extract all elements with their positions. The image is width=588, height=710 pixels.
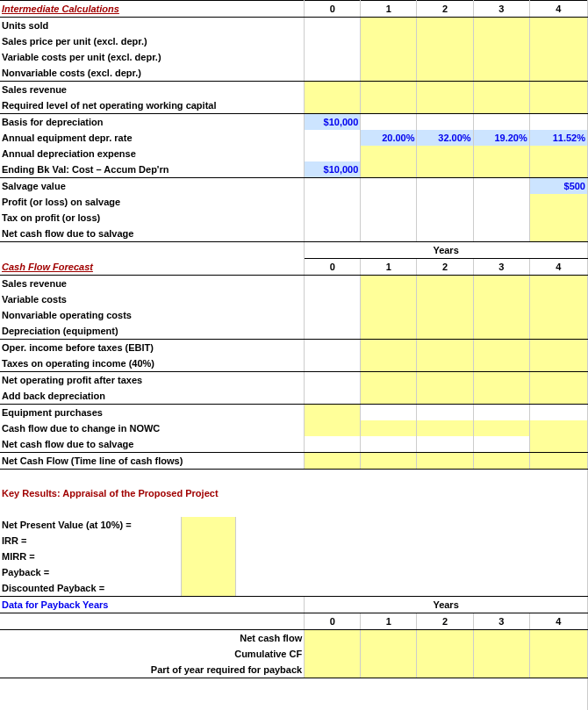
label: Salvage value xyxy=(0,178,305,195)
label: Net cash flow xyxy=(0,630,305,647)
label: Sales price per unit (excl. depr.) xyxy=(0,33,305,49)
label: Annual depreciation expense xyxy=(0,146,305,161)
label: Equipment purchases xyxy=(0,405,305,421)
label: Units sold xyxy=(0,18,305,34)
hdr-y2: 2 xyxy=(417,1,473,18)
label: Net cash flow due to salvage xyxy=(0,436,305,453)
label: Taxes on operating income (40%) xyxy=(0,355,305,372)
disc-payback-value[interactable] xyxy=(181,580,235,597)
hdr-y4: 4 xyxy=(529,1,587,18)
label: Net Present Value (at 10%) = xyxy=(0,517,181,533)
label: MIRR = xyxy=(0,549,181,564)
label: Basis for depreciation xyxy=(0,114,305,131)
label: Sales revenue xyxy=(0,276,305,292)
endbk-value[interactable]: $10,000 xyxy=(305,161,361,178)
rate-y4[interactable]: 11.52% xyxy=(529,130,587,146)
npv-value[interactable] xyxy=(181,517,235,533)
label: Net Cash Flow (Time line of cash flows) xyxy=(0,453,305,470)
label: Sales revenue xyxy=(0,82,305,98)
spreadsheet[interactable]: Intermediate Calculations 0 1 2 3 4 Unit… xyxy=(0,0,588,710)
label: Oper. income before taxes (EBIT) xyxy=(0,340,305,356)
payback-value[interactable] xyxy=(181,564,235,580)
label: Nonvariable operating costs xyxy=(0,307,305,323)
hdr-y1: 1 xyxy=(361,1,417,18)
sec3-title: Key Results: Appraisal of the Proposed P… xyxy=(0,485,588,501)
label: Variable costs xyxy=(0,291,305,307)
basis-value[interactable]: $10,000 xyxy=(305,114,361,131)
hdr-y0: 0 xyxy=(305,1,361,18)
irr-value[interactable] xyxy=(181,533,235,549)
label: Cash flow due to change in NOWC xyxy=(0,420,305,436)
label: Ending Bk Val: Cost – Accum Dep'rn xyxy=(0,161,305,178)
mirr-value[interactable] xyxy=(181,549,235,564)
label: Profit (or loss) on salvage xyxy=(0,194,305,210)
rate-y1[interactable]: 20.00% xyxy=(361,130,417,146)
label: Part of year required for payback xyxy=(0,662,305,678)
rate-y3[interactable]: 19.20% xyxy=(473,130,529,146)
label: Net cash flow due to salvage xyxy=(0,226,305,242)
sec2-title: Cash Flow Forecast xyxy=(0,259,305,276)
sec4-title: Data for Payback Years xyxy=(0,597,305,613)
label: Net operating profit after taxes xyxy=(0,372,305,389)
rate-y2[interactable]: 32.00% xyxy=(417,130,473,146)
hdr-y3: 3 xyxy=(473,1,529,18)
label: Annual equipment depr. rate xyxy=(0,130,305,146)
label: Required level of net operating working … xyxy=(0,97,305,114)
sec1-title: Intermediate Calculations xyxy=(0,1,305,18)
years-hdr: Years xyxy=(305,242,588,259)
label: Variable costs per unit (excl. depr.) xyxy=(0,49,305,65)
label: Discounted Payback = xyxy=(0,580,181,597)
label: Add back depreciation xyxy=(0,388,305,405)
label: Payback = xyxy=(0,564,181,580)
salvage-value[interactable]: $500 xyxy=(529,178,587,195)
label: IRR = xyxy=(0,533,181,549)
label: Depreciation (equipment) xyxy=(0,323,305,340)
label: Tax on profit (or loss) xyxy=(0,210,305,226)
label: Cumulative CF xyxy=(0,646,305,662)
label: Nonvariable costs (excl. depr.) xyxy=(0,65,305,82)
